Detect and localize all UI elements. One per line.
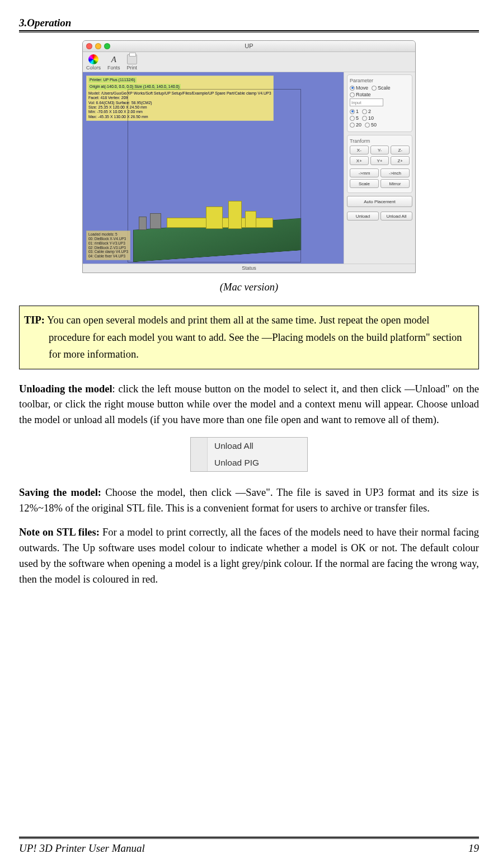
menu-gutter: [191, 438, 208, 454]
transform-title: Tranform: [350, 138, 410, 144]
radio-icon: [350, 86, 355, 91]
toolbar-colors-label: Colors: [86, 65, 101, 71]
radio-2-label: 2: [368, 109, 371, 114]
loaded-item: 02: DieBlock Z-V3.UP3: [88, 246, 126, 250]
toolbar-fonts-label: Fonts: [107, 65, 120, 71]
window-titlebar: UP: [83, 41, 415, 52]
radio-scale[interactable]: Scale: [372, 85, 391, 91]
tip-box: TIP: You can open several models and pri…: [19, 306, 479, 369]
mirror-button[interactable]: Mirror: [380, 179, 410, 188]
radio-move-label: Move: [356, 85, 368, 91]
page-number: 19: [468, 842, 479, 855]
radio-5-label: 5: [356, 115, 359, 121]
page-footer: UP! 3D Printer User Manual 19: [19, 829, 479, 855]
screenshot-caption: (Mac version): [19, 281, 479, 293]
model-part: [150, 213, 161, 229]
radio-rotate-label: Rotate: [356, 92, 371, 97]
tip-label: TIP:: [24, 315, 45, 326]
context-menu-figure: Unload All Unload PIG: [19, 437, 479, 474]
model-geometry[interactable]: [167, 201, 279, 240]
to-inch-button[interactable]: ->inch: [380, 168, 410, 177]
radio-icon: [362, 116, 367, 121]
mac-app-screenshot: UP Colors A Fonts Print Printer: UP Plus…: [82, 40, 416, 273]
radio-icon: [350, 116, 355, 121]
info-min: Min: -70.65 X 10.00 X 2.00 mm: [88, 110, 143, 114]
radio-1[interactable]: 1: [350, 109, 359, 114]
parameter-group: Parameter Move Scale Rotate Input 1 2 5 …: [347, 74, 412, 132]
radio-50[interactable]: 50: [365, 122, 377, 128]
transform-group: Tranform X- Y- Z- X+ Y+ Z+ ->mm ->inch S…: [347, 135, 412, 193]
info-model: Model: /Users/GuoGe/XP Works/Soft Setup/…: [88, 91, 271, 95]
radio-1-label: 1: [356, 109, 359, 114]
radio-10-label: 10: [368, 115, 374, 121]
saving-paragraph: Saving the model: Choose the model, then…: [19, 485, 479, 517]
to-mm-button[interactable]: ->mm: [350, 168, 379, 177]
toolbar-fonts[interactable]: A Fonts: [107, 54, 120, 71]
radio-10[interactable]: 10: [362, 115, 374, 121]
context-menu-item-unload-all[interactable]: Unload All: [191, 438, 307, 454]
section-header: 3.Operation: [19, 17, 479, 30]
info-origin: Origin at(-140.0, 0.0, 0.0) Size (140.0,…: [88, 84, 181, 90]
fonts-icon: A: [109, 54, 119, 64]
header-rule: [19, 30, 479, 32]
context-menu-label: Unload All: [208, 441, 253, 451]
radio-icon: [365, 123, 370, 128]
toolbar-colors[interactable]: Colors: [86, 54, 101, 71]
info-printer: Printer: UP Plus (11132/6): [88, 77, 137, 83]
radio-rotate[interactable]: Rotate: [350, 92, 371, 97]
radio-icon: [350, 123, 355, 128]
unload-all-button[interactable]: Unload All: [380, 212, 412, 220]
colors-icon: [88, 54, 98, 64]
info-vol: Vol: 6.64(CM3) Surface: 58.95(CM2): [88, 101, 152, 105]
loaded-item: 04: Cable fixer V4.UP3: [88, 254, 125, 258]
radio-5[interactable]: 5: [350, 115, 359, 121]
info-facet: Facet: 418 Vertex: 209: [88, 96, 128, 100]
context-menu-label: Unload PIG: [208, 458, 259, 468]
tip-text: You can open several models and print th…: [45, 315, 462, 360]
scale-button[interactable]: Scale: [350, 179, 379, 188]
screenshot-container: UP Colors A Fonts Print Printer: UP Plus…: [19, 40, 479, 276]
stl-note-label: Note on STL files:: [19, 527, 100, 538]
radio-move[interactable]: Move: [350, 85, 368, 91]
y-minus-button[interactable]: Y-: [370, 146, 389, 154]
footer-rule: [19, 837, 479, 839]
auto-placement-button[interactable]: Auto Placement: [347, 196, 412, 207]
radio-icon: [350, 109, 355, 114]
model-part: [206, 207, 223, 229]
parameter-title: Parameter: [350, 78, 410, 83]
input-value[interactable]: Input: [350, 98, 383, 106]
side-panel: Parameter Move Scale Rotate Input 1 2 5 …: [344, 72, 415, 264]
model-part: [139, 217, 147, 230]
footer-title: UP! 3D Printer User Manual: [19, 842, 145, 855]
toolbar: Colors A Fonts Print: [83, 52, 415, 72]
window-title: UP: [83, 43, 415, 49]
radio-icon: [362, 109, 367, 114]
info-size: Size: 25.35 X 120.00 X 24.50 mm: [88, 105, 147, 109]
context-menu-item-unload-pig[interactable]: Unload PIG: [191, 454, 307, 471]
info-max: Max: -45.35 X 130.00 X 26.50 mm: [88, 115, 148, 119]
z-plus-button[interactable]: Z+: [391, 156, 410, 165]
radio-2[interactable]: 2: [362, 109, 371, 114]
model-part: [228, 201, 242, 229]
radio-icon: [350, 92, 355, 97]
status-bar: Status: [83, 264, 415, 273]
viewport-3d[interactable]: Printer: UP Plus (11132/6) Origin at(-14…: [83, 72, 345, 264]
x-plus-button[interactable]: X+: [350, 156, 369, 165]
radio-icon: [372, 86, 377, 91]
model-info-overlay: Printer: UP Plus (11132/6) Origin at(-14…: [86, 76, 274, 121]
stl-note-paragraph: Note on STL files: For a model to print …: [19, 525, 479, 587]
y-plus-button[interactable]: Y+: [370, 156, 389, 165]
unloading-label: Unloading the model: [19, 383, 112, 395]
menu-gutter: [191, 454, 208, 471]
radio-scale-label: Scale: [378, 85, 391, 91]
radio-20[interactable]: 20: [350, 122, 361, 128]
x-minus-button[interactable]: X-: [350, 146, 369, 154]
loaded-title: Loaded models: 5: [88, 232, 118, 236]
radio-20-label: 20: [356, 122, 361, 128]
loaded-models-overlay: Loaded models: 5 00: DieBlock X-V4.UP3 0…: [86, 231, 130, 260]
radio-50-label: 50: [371, 122, 377, 128]
z-minus-button[interactable]: Z-: [391, 146, 410, 154]
toolbar-print[interactable]: Print: [127, 54, 138, 71]
toolbar-print-label: Print: [127, 65, 138, 71]
unload-button[interactable]: Unload: [347, 212, 379, 220]
